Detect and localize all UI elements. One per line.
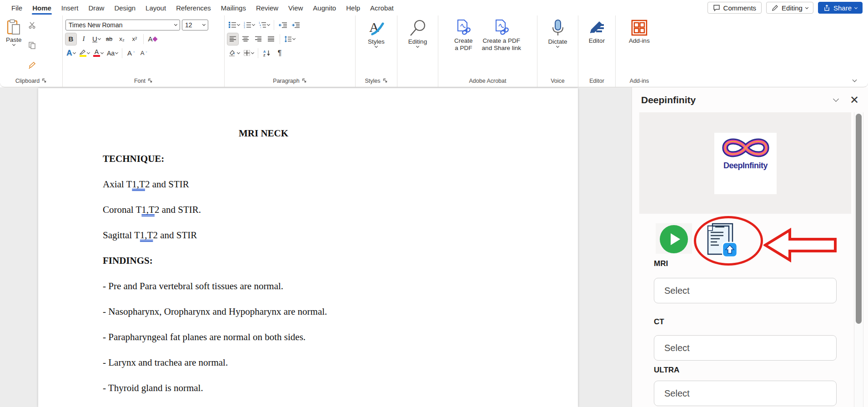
show-hide-pilcrow-button[interactable]: ¶	[274, 47, 285, 59]
chevron-down-icon	[87, 51, 90, 54]
menu-help[interactable]: Help	[341, 1, 365, 15]
collapse-ribbon-chevron[interactable]	[853, 78, 857, 82]
styles-group-label: Styles	[358, 75, 394, 87]
dialog-launcher-icon[interactable]	[148, 78, 153, 83]
dictate-button[interactable]: Dictate	[545, 18, 570, 75]
menu-mailings[interactable]: Mailings	[216, 1, 251, 15]
chevron-down-icon	[805, 5, 808, 9]
menu-review[interactable]: Review	[251, 1, 283, 15]
menu-augnito[interactable]: Augnito	[308, 1, 341, 15]
change-case-button[interactable]: Aa	[106, 47, 119, 59]
dialog-launcher-icon[interactable]	[383, 78, 388, 83]
ultra-label: ULTRA	[654, 366, 679, 375]
mri-label: MRI	[654, 259, 668, 268]
format-painter-button[interactable]	[27, 59, 38, 71]
mri-select[interactable]: Select	[654, 278, 837, 303]
underline-button[interactable]: U	[91, 33, 102, 45]
panel-close-icon[interactable]: ✕	[850, 95, 859, 105]
doc-line: Axial T1,T2 and STIR	[103, 179, 551, 190]
bold-button[interactable]: B	[65, 33, 76, 45]
create-pdf-share-link-button[interactable]: Create a PDFand Share link	[479, 18, 524, 75]
menu-home[interactable]: Home	[27, 1, 56, 15]
font-name-combo[interactable]: Times New Roman	[65, 20, 180, 30]
menu-view[interactable]: View	[283, 1, 308, 15]
align-center-button[interactable]	[240, 33, 251, 45]
document-page[interactable]: MRI NECK TECHNIQUE: Axial T1,T2 and STIR…	[38, 88, 578, 407]
font-color-button[interactable]: A	[92, 47, 104, 59]
grow-font-button[interactable]: Aˆ	[125, 47, 136, 59]
doc-line: - Larynx and trachea are normal.	[103, 357, 551, 368]
panel-collapse-chevron[interactable]	[833, 96, 839, 102]
align-left-button[interactable]	[227, 33, 238, 45]
menu-acrobat[interactable]: Acrobat	[365, 1, 399, 15]
clear-formatting-button[interactable]: A	[147, 33, 158, 45]
menu-file[interactable]: File	[6, 1, 27, 15]
font-size-combo[interactable]: 12	[182, 20, 208, 30]
deepinfinity-panel: Deepinfinity ✕ DeepInfinity	[632, 87, 868, 407]
menu-references[interactable]: References	[171, 1, 216, 15]
shading-button[interactable]	[227, 47, 241, 59]
chevron-down-icon	[115, 51, 118, 54]
doc-line: - Parapharyngeal fat planes are normal o…	[103, 332, 551, 342]
grammar-mark: 1,T	[132, 179, 145, 190]
shrink-font-button[interactable]: Aˇ	[138, 47, 149, 59]
ct-select[interactable]: Select	[654, 335, 837, 361]
justify-button[interactable]	[266, 33, 276, 45]
paragraph-group: 123 1ai	[225, 15, 356, 87]
doc-line: - Pre and Para vertebral soft tissues ar…	[103, 281, 551, 291]
clipboard-group: Paste Clipboard	[0, 15, 63, 87]
menu-draw[interactable]: Draw	[83, 1, 109, 15]
styles-button[interactable]: A Styles	[365, 18, 388, 75]
copy-button[interactable]	[27, 39, 38, 51]
editor-group-label: Editor	[581, 75, 612, 87]
align-right-button[interactable]	[253, 33, 264, 45]
menu-design[interactable]: Design	[109, 1, 140, 15]
create-pdf-button[interactable]: Createa PDF	[451, 18, 476, 75]
borders-button[interactable]	[242, 47, 255, 59]
comments-button[interactable]: Comments	[707, 2, 762, 14]
font-group: Times New Roman 12 B I U ab x₂ x² A	[63, 15, 225, 87]
addins-button[interactable]: Add-ins	[626, 18, 653, 75]
paste-button[interactable]: Paste	[3, 18, 25, 75]
multilevel-list-button[interactable]: 1ai	[257, 19, 271, 31]
menu-layout[interactable]: Layout	[140, 1, 171, 15]
logo-text: DeepInfinity	[723, 161, 768, 171]
line-spacing-button[interactable]	[283, 33, 296, 45]
editing-mode-button[interactable]: Editing	[766, 2, 813, 14]
strikethrough-button[interactable]: ab	[104, 33, 115, 45]
logo-card: DeepInfinity	[639, 112, 851, 214]
italic-button[interactable]: I	[78, 33, 89, 45]
sort-button[interactable]: AZ	[261, 47, 272, 59]
superscript-button[interactable]: x²	[129, 33, 140, 45]
styles-group: A Styles Styles	[356, 15, 397, 87]
panel-scrollbar-thumb[interactable]	[856, 114, 862, 324]
highlight-color-button[interactable]	[78, 47, 90, 59]
editor-button[interactable]: Editor	[585, 18, 609, 75]
share-button[interactable]: Share	[818, 2, 863, 14]
menu-insert[interactable]: Insert	[56, 1, 84, 15]
magnifier-icon	[409, 19, 427, 37]
text-effects-button[interactable]: A	[65, 47, 76, 59]
dialog-launcher-icon[interactable]	[42, 78, 47, 83]
chevron-down-icon	[237, 51, 240, 54]
dialog-launcher-icon[interactable]	[302, 78, 307, 83]
subscript-button[interactable]: x₂	[116, 33, 127, 45]
doc-technique-heading: TECHNIQUE:	[103, 154, 551, 164]
infinity-icon	[719, 133, 773, 163]
numbered-list-button[interactable]: 123	[242, 19, 256, 31]
ultra-select[interactable]: Select	[654, 381, 837, 406]
chevron-down-icon	[252, 23, 255, 26]
cut-button[interactable]	[27, 19, 38, 31]
editing-button[interactable]: Editing	[405, 18, 430, 75]
grammar-mark: 1,T	[140, 230, 153, 241]
chevron-down-icon	[854, 5, 858, 9]
decrease-indent-button[interactable]	[277, 19, 288, 31]
voice-group: Dictate Voice	[537, 15, 578, 87]
chevron-down-icon	[237, 23, 240, 26]
increase-indent-button[interactable]	[290, 19, 301, 31]
editor-group: Editor Editor	[578, 15, 616, 87]
bullet-list-button[interactable]	[227, 19, 241, 31]
panel-scrollbar[interactable]	[854, 112, 863, 407]
play-button[interactable]	[660, 225, 688, 253]
chevron-down-icon	[98, 37, 101, 40]
